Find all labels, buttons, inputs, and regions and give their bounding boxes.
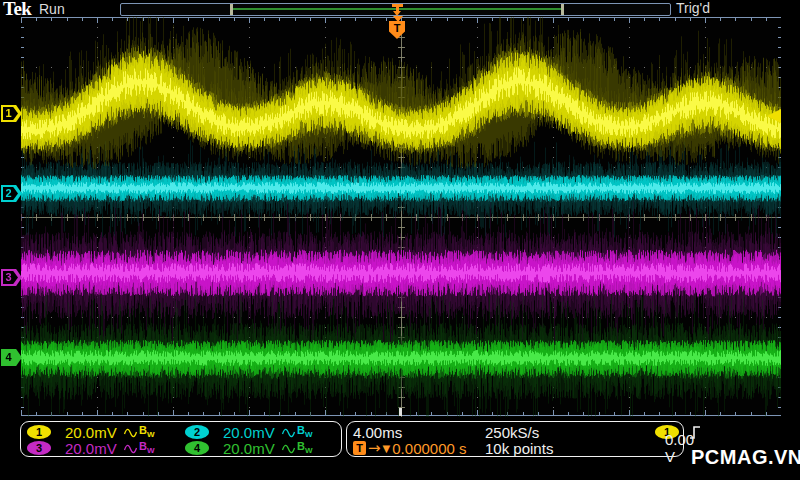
channel-2-readout: 2 20.0mV BW: [181, 424, 339, 441]
channel-4-marker-label: 4: [1, 349, 16, 365]
channel-3-marker-label: 3: [1, 269, 16, 285]
channel-3-marker[interactable]: 3: [1, 269, 22, 286]
ac-coupling-icon: [281, 442, 296, 454]
channel-4-badge: 4: [185, 441, 209, 455]
watermark: PCMAG.VN: [691, 446, 800, 469]
horizontal-scale: 4.00ms: [353, 424, 481, 441]
channel-3-scale: 20.0mV: [65, 440, 123, 457]
bandwidth-limit-icon: BW: [297, 440, 313, 455]
bandwidth-limit-icon: BW: [139, 424, 155, 439]
channel-1-marker-label: 1: [1, 105, 16, 121]
record-view-bar: [120, 3, 671, 16]
channel-1-marker[interactable]: 1: [1, 105, 22, 122]
arrow-right-icon: →: [368, 439, 381, 457]
waveform-graticule: [21, 17, 781, 417]
channel-2-scale: 20.0mV: [223, 424, 281, 441]
record-length: 10k points: [481, 440, 599, 457]
channel-2-marker[interactable]: 2: [1, 185, 22, 202]
trigger-position-marker-top[interactable]: [391, 4, 404, 15]
bandwidth-limit-icon: BW: [139, 440, 155, 455]
trigger-delay-readout: T → ▼ 0.000000 s: [353, 439, 481, 457]
acquisition-status: Run: [39, 1, 65, 17]
trigger-level-arrow[interactable]: [767, 109, 781, 123]
ac-coupling-icon: [123, 426, 138, 438]
trigger-status: Trig'd: [676, 0, 710, 16]
ac-coupling-icon: [123, 442, 138, 454]
channel-4-scale: 20.0mV: [223, 440, 281, 457]
channel-1-scale: 20.0mV: [65, 424, 123, 441]
bandwidth-limit-icon: BW: [297, 424, 313, 439]
channel-3-badge: 3: [27, 441, 51, 455]
channel-4-readout: 4 20.0mV BW: [181, 440, 339, 457]
trigger-delay-t-icon: T: [353, 441, 366, 455]
channel-4-marker[interactable]: 4: [1, 349, 22, 366]
trigger-delay-time: 0.000000 s: [392, 440, 466, 457]
channel-2-marker-label: 2: [1, 185, 16, 201]
sample-rate: 250kS/s: [481, 424, 599, 441]
trigger-level: 0.00 V: [599, 431, 701, 465]
record-window-bracket-right: [561, 4, 564, 15]
horizontal-trigger-box: 4.00ms 250kS/s 1 T → ▼ 0.000000 s 10k po…: [346, 421, 684, 457]
record-window-bracket-left: [230, 4, 233, 15]
channel-readouts-box: 1 20.0mV BW 2 20.0mV BW 3 20.0mV: [20, 421, 342, 457]
channel-2-badge: 2: [185, 425, 209, 439]
ac-coupling-icon: [281, 426, 296, 438]
channel-1-badge: 1: [27, 425, 51, 439]
channel-3-readout: 3 20.0mV BW: [23, 440, 181, 457]
oscilloscope-screen: Tek Run Trig'd T 1 2 3 4: [0, 0, 800, 480]
delay-marker-icon: ▼: [383, 443, 391, 454]
channel-1-readout: 1 20.0mV BW: [23, 424, 181, 441]
